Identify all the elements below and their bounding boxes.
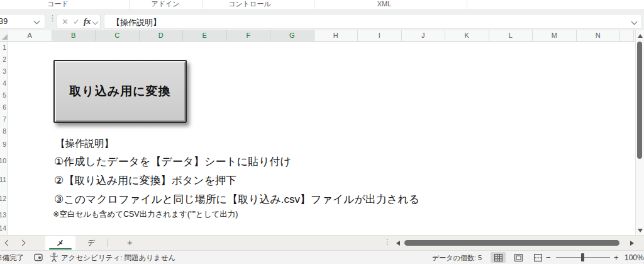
drag-handle-icon[interactable]: ⋮ xyxy=(48,13,57,23)
zoom-in-button[interactable]: + xyxy=(614,253,619,262)
formula-value: 【操作説明】 xyxy=(112,17,161,28)
vertical-scrollbar-thumb[interactable] xyxy=(637,42,642,159)
scroll-left-icon[interactable] xyxy=(396,241,400,246)
row-header-5[interactable]: 5 xyxy=(0,89,6,101)
next-sheet-icon[interactable] xyxy=(19,240,26,246)
enter-icon[interactable]: ✓ xyxy=(73,17,80,26)
zoom-slider-thumb[interactable] xyxy=(581,253,584,261)
formula-expand-icon[interactable] xyxy=(631,19,638,25)
column-header-E[interactable]: E xyxy=(183,30,227,41)
ribbon-group-strip: コードアドインコントロールXML xyxy=(0,0,644,10)
vertical-scrollbar[interactable] xyxy=(635,30,644,235)
ribbon-group-label: コード xyxy=(20,0,96,9)
ribbon-separator xyxy=(203,0,203,9)
row-header-14[interactable]: 14 xyxy=(0,222,6,235)
ribbon-separator xyxy=(129,0,130,9)
prev-sheet-icon[interactable] xyxy=(5,240,11,246)
row-header-12[interactable]: 12 xyxy=(0,189,6,208)
scroll-down-icon[interactable] xyxy=(638,229,643,232)
formula-buttons: ✕ ✓ fx xyxy=(57,14,101,29)
row-header-4[interactable]: 4 xyxy=(0,77,6,89)
column-header-A[interactable]: A xyxy=(8,30,52,41)
column-header-D[interactable]: D xyxy=(140,30,184,41)
instruction-line-2: ①作成したデータを【データ】シートに貼り付け xyxy=(54,154,291,169)
ribbon-group-label: XML xyxy=(347,0,422,9)
row-header-1[interactable]: 1 xyxy=(0,42,6,54)
accessibility-icon[interactable] xyxy=(50,253,58,263)
column-header-L[interactable]: L xyxy=(489,30,533,41)
row-headers: 1234567891011121314 xyxy=(0,42,8,235)
ribbon-separator xyxy=(467,0,467,9)
chevron-down-icon[interactable] xyxy=(34,18,40,25)
column-header-I[interactable]: I xyxy=(358,30,402,41)
name-box[interactable]: B9 xyxy=(0,14,45,29)
macro-record-icon[interactable] xyxy=(34,253,43,263)
column-headers: ABCDEFGHIJKLMN xyxy=(0,30,635,42)
convert-button[interactable]: 取り込み用に変換 xyxy=(53,60,187,123)
row-header-2[interactable]: 2 xyxy=(0,54,6,66)
status-bar: 準備完了 アクセシビリティ: 問題ありません データの個数: 5 − + 100… xyxy=(0,250,644,264)
ready-status: 準備完了 xyxy=(0,253,24,263)
row-header-6[interactable]: 6 xyxy=(0,101,6,113)
column-header-H[interactable]: H xyxy=(314,30,358,41)
accessibility-status[interactable]: アクセシビリティ: 問題ありません xyxy=(61,253,175,263)
column-header-K[interactable]: K xyxy=(445,30,489,41)
formula-input[interactable]: 【操作説明】 xyxy=(104,14,642,29)
select-all-corner[interactable] xyxy=(0,30,9,41)
row-header-8[interactable]: 8 xyxy=(0,125,6,137)
splitter-handle-icon[interactable]: ⋮ xyxy=(384,238,391,246)
row-header-9[interactable]: 9 xyxy=(0,137,6,151)
sheet-tab-strip: メインデータ + ⋮ xyxy=(0,235,644,250)
page-layout-icon[interactable] xyxy=(511,252,526,263)
instruction-line-5: ※空白セルも含めてCSV出力されます(""として出力) xyxy=(53,209,238,220)
page-break-preview-icon[interactable] xyxy=(530,252,545,263)
sheet-area[interactable]: 1234567891011121314 取り込み用に変換 【操作説明】①作成した… xyxy=(0,42,635,235)
sheet-tab-main[interactable]: メイン xyxy=(45,236,75,250)
zoom-out-button[interactable]: − xyxy=(546,253,551,262)
column-header-M[interactable]: M xyxy=(533,30,577,41)
ribbon-group-label: アドイン xyxy=(128,0,203,9)
column-header-G[interactable]: G xyxy=(270,30,314,41)
name-box-value: B9 xyxy=(0,17,8,26)
scroll-right-icon[interactable] xyxy=(630,241,634,246)
row-header-13[interactable]: 13 xyxy=(0,208,6,222)
column-header-partial[interactable] xyxy=(620,30,634,41)
column-header-C[interactable]: C xyxy=(96,30,140,41)
scroll-up-icon[interactable] xyxy=(638,34,643,38)
column-header-J[interactable]: J xyxy=(402,30,446,41)
instruction-line-3: ②【取り込み用に変換】ボタンを押下 xyxy=(54,173,236,188)
data-count: データの個数: 5 xyxy=(432,253,482,263)
row-header-7[interactable]: 7 xyxy=(0,113,6,125)
column-header-B[interactable]: B xyxy=(52,30,96,41)
ribbon-separator xyxy=(314,0,314,9)
chevron-down-icon xyxy=(92,19,99,25)
active-tab-underline xyxy=(49,248,72,250)
row-header-11[interactable]: 11 xyxy=(0,170,6,189)
row-header-3[interactable]: 3 xyxy=(0,66,6,77)
row-header-10[interactable]: 10 xyxy=(0,151,6,170)
cancel-icon[interactable]: ✕ xyxy=(62,17,69,26)
formula-bar: B9 ⋮ ✕ ✓ fx 【操作説明】 xyxy=(0,10,644,30)
insert-function-icon[interactable]: fx xyxy=(84,16,91,26)
ribbon-group-label: コントロール xyxy=(212,0,287,9)
normal-view-icon[interactable] xyxy=(491,252,506,263)
tab-divider xyxy=(107,239,108,247)
instruction-line-4: ③このマクロファイルと同じ場所に【取り込み.csv】ファイルが出力される xyxy=(54,192,419,207)
add-sheet-button[interactable]: + xyxy=(127,237,133,248)
select-all-icon xyxy=(2,34,8,40)
column-header-N[interactable]: N xyxy=(577,30,621,41)
sheet-tab-data[interactable]: データ xyxy=(75,236,107,250)
zoom-level[interactable]: 100% xyxy=(625,253,644,262)
instruction-line-1: 【操作説明】 xyxy=(55,137,114,151)
horizontal-scrollbar-thumb[interactable] xyxy=(404,240,619,246)
column-header-F[interactable]: F xyxy=(227,30,271,41)
